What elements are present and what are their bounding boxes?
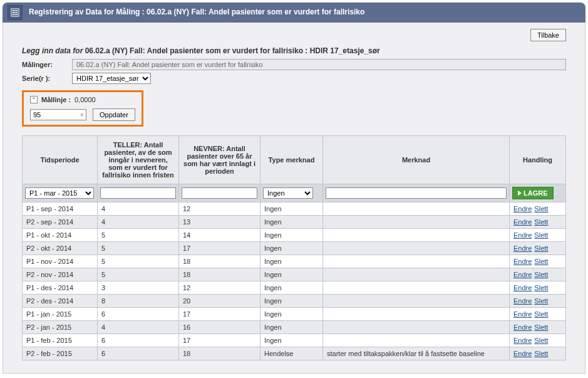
cell-merknad [323,216,510,229]
cell-nevner: 18 [179,255,260,268]
cell-merknad [323,321,510,334]
cell-type: Ingen [260,308,323,321]
cell-nevner: 17 [179,334,260,347]
cell-actions: EndreSlett [510,242,566,255]
svg-rect-4 [13,12,14,13]
cell-teller: 4 [98,202,179,216]
serier-select[interactable]: HDIR 17_etasje_sør [72,73,151,84]
slett-link[interactable]: Slett [534,297,548,305]
slett-link[interactable]: Slett [534,284,548,291]
page-header: Registrering av Data for Måling : 06.02.… [3,3,585,23]
slett-link[interactable]: Slett [534,231,548,239]
cell-merknad [323,334,510,347]
cell-merknad [323,229,510,242]
table-row: P2 - sep - 2014413IngenEndreSlett [23,216,566,229]
endre-link[interactable]: Endre [513,258,532,265]
table-row: P2 - des - 2014820IngenEndreSlett [23,295,566,308]
cell-period: P2 - feb - 2015 [23,347,98,360]
cell-actions: EndreSlett [510,321,566,334]
endre-link[interactable]: Endre [513,231,532,239]
subtitle-prefix: Legg inn data for [22,46,83,55]
oppdater-button[interactable]: Oppdater [93,108,135,121]
collapse-icon[interactable]: ⌃ [30,96,38,103]
cell-actions: EndreSlett [510,229,566,242]
cell-type: Ingen [260,242,323,255]
nevner-input[interactable] [182,187,257,199]
endre-link[interactable]: Endre [513,323,532,331]
merknad-input[interactable] [326,187,507,199]
slett-link[interactable]: Slett [534,205,548,213]
table-row: P1 - okt - 2014514IngenEndreSlett [23,229,566,242]
cell-period: P1 - feb - 2015 [23,334,98,347]
slett-link[interactable]: Slett [534,271,548,278]
slett-link[interactable]: Slett [534,258,548,265]
table-row: P1 - feb - 2015617IngenEndreSlett [23,334,566,347]
mallinje-label: Mållinje : [41,96,71,103]
cell-type: Ingen [260,281,323,295]
page-title: Registrering av Data for Måling : 06.02.… [29,8,364,18]
data-table: Tidsperiode TELLER: Antall pasienter, av… [22,135,566,360]
endre-link[interactable]: Endre [513,310,532,318]
cell-type: Ingen [260,321,323,334]
period-select[interactable]: P1 - mar - 2015 [25,187,94,199]
cell-period: P2 - nov - 2014 [23,268,98,281]
endre-link[interactable]: Endre [513,337,532,344]
endre-link[interactable]: Endre [513,244,532,252]
cell-merknad [323,281,510,295]
cell-period: P1 - jan - 2015 [23,308,98,321]
cell-actions: EndreSlett [510,255,566,268]
slett-link[interactable]: Slett [534,350,548,357]
register-icon [8,5,23,20]
cell-period: P2 - des - 2014 [23,295,98,308]
cell-type: Ingen [260,229,323,242]
clear-input-icon[interactable]: × [80,111,84,118]
main-content: Tilbake Legg inn data for 06.02.a (NY) F… [3,23,585,374]
slett-link[interactable]: Slett [534,337,548,344]
endre-link[interactable]: Endre [513,205,532,213]
svg-rect-9 [16,14,18,15]
th-merknad: Merknad [323,136,510,184]
teller-input[interactable] [100,187,176,199]
slett-link[interactable]: Slett [534,310,548,318]
cell-teller: 6 [98,334,179,347]
cell-type: Hendelse [260,347,323,360]
slett-link[interactable]: Slett [534,244,548,252]
cell-nevner: 12 [179,202,260,216]
back-button[interactable]: Tilbake [530,29,566,41]
cell-period: P2 - okt - 2014 [23,242,98,255]
type-select[interactable]: Ingen [263,187,313,199]
malinger-label: Målinger: [22,61,72,68]
slett-link[interactable]: Slett [534,218,548,226]
cell-merknad [323,268,510,281]
cell-teller: 6 [98,308,179,321]
mallinje-input[interactable] [30,109,86,120]
cell-actions: EndreSlett [510,334,566,347]
cell-merknad [323,255,510,268]
cell-teller: 5 [98,255,179,268]
slett-link[interactable]: Slett [534,323,548,331]
cell-merknad: starter med tiltakspakken/klar til å fas… [323,347,510,360]
cell-actions: EndreSlett [510,295,566,308]
th-type: Type merknad [260,136,323,184]
endre-link[interactable]: Endre [513,297,532,305]
table-row: P1 - des - 2014312IngenEndreSlett [23,281,566,295]
subtitle: Legg inn data for 06.02.a (NY) Fall: And… [22,46,566,55]
cell-type: Ingen [260,268,323,281]
serier-row: Serie(r ): HDIR 17_etasje_sør [22,73,566,84]
endre-link[interactable]: Endre [513,218,532,226]
lagre-button[interactable]: LAGRE [512,187,554,199]
cell-nevner: 17 [179,242,260,255]
subtitle-code: 06.02.a (NY) Fall: Andel pasienter som e… [85,46,380,55]
endre-link[interactable]: Endre [513,350,532,357]
endre-link[interactable]: Endre [513,284,532,291]
endre-link[interactable]: Endre [513,271,532,278]
cell-nevner: 13 [179,216,260,229]
cell-nevner: 20 [179,295,260,308]
th-tidsperiode: Tidsperiode [23,136,98,184]
cell-nevner: 14 [179,229,260,242]
svg-rect-2 [14,10,16,11]
cell-actions: EndreSlett [510,347,566,360]
mallinje-value: 0,0000 [75,96,96,103]
cell-nevner: 16 [179,321,260,334]
svg-rect-1 [13,10,14,11]
